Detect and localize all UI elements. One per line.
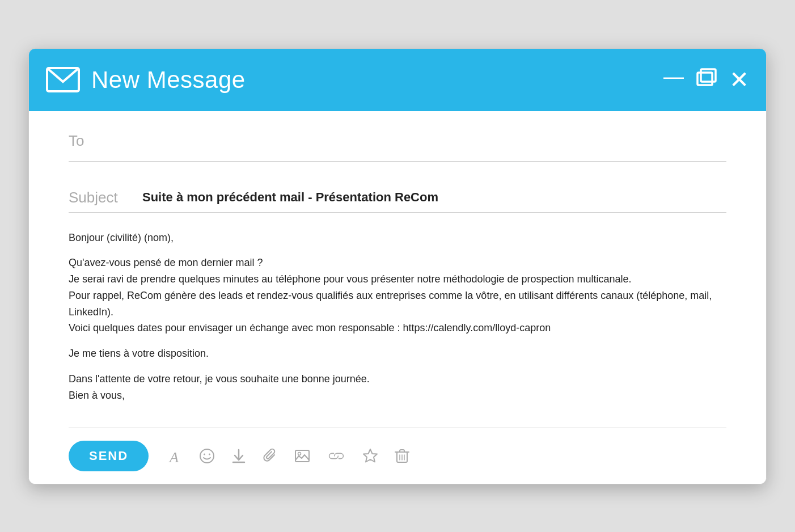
svg-rect-1	[697, 73, 712, 85]
svg-point-6	[209, 453, 210, 455]
body-line-1: Bonjour (civilité) (nom),	[69, 230, 726, 246]
download-icon[interactable]	[228, 445, 250, 467]
to-field-row: To	[69, 111, 726, 162]
body-line-3: Je serai ravi de prendre quelques minute…	[69, 273, 632, 285]
to-label: To	[69, 132, 137, 150]
minimize-button[interactable]: —	[663, 66, 684, 94]
trash-icon[interactable]	[391, 445, 413, 467]
body-line-7: Dans l'attente de votre retour, je vous …	[69, 373, 370, 385]
svg-point-5	[204, 453, 205, 455]
subject-label: Subject	[69, 189, 137, 206]
svg-marker-11	[363, 449, 377, 462]
titlebar-left: New Message	[46, 66, 246, 94]
body-area[interactable]: Bonjour (civilité) (nom), Qu'avez-vous p…	[69, 213, 726, 428]
link-icon[interactable]	[323, 445, 349, 467]
paperclip-icon[interactable]	[260, 445, 281, 467]
subject-field-row: Subject Suite à mon précédent mail - Pré…	[69, 162, 726, 213]
star-icon[interactable]	[360, 445, 381, 467]
maximize-icon	[695, 67, 718, 90]
body-line-2: Qu'avez-vous pensé de mon dernier mail ?	[69, 257, 263, 268]
body-text: Bonjour (civilité) (nom), Qu'avez-vous p…	[69, 230, 726, 404]
compose-window: New Message — ✕ To Subject S	[28, 48, 767, 484]
to-input[interactable]	[137, 134, 726, 149]
send-button[interactable]: SEND	[69, 441, 149, 471]
emoji-icon[interactable]	[196, 445, 218, 467]
subject-field: Subject Suite à mon précédent mail - Pré…	[69, 178, 726, 206]
close-button[interactable]: ✕	[729, 68, 749, 92]
svg-rect-9	[295, 450, 309, 462]
maximize-button[interactable]	[695, 67, 718, 92]
compose-content: To Subject Suite à mon précédent mail - …	[29, 111, 766, 484]
svg-point-10	[298, 452, 301, 455]
compose-toolbar: SEND A	[69, 428, 726, 484]
svg-point-4	[200, 449, 214, 463]
body-paragraph-3: Dans l'attente de votre retour, je vous …	[69, 371, 726, 404]
to-field: To	[69, 127, 726, 155]
image-icon[interactable]	[291, 445, 313, 467]
body-line-8: Bien à vous,	[69, 390, 125, 401]
mail-icon	[46, 67, 80, 92]
window-title: New Message	[91, 66, 246, 94]
titlebar: New Message — ✕	[29, 49, 766, 111]
svg-text:A: A	[168, 449, 179, 465]
font-icon[interactable]: A	[164, 445, 186, 467]
body-line-6: Je me tiens à votre disposition.	[69, 345, 726, 362]
subject-value[interactable]: Suite à mon précédent mail - Présentatio…	[142, 190, 438, 205]
body-line-4: Pour rappel, ReCom génère des leads et r…	[69, 290, 712, 318]
titlebar-controls: — ✕	[663, 66, 749, 94]
svg-rect-2	[701, 69, 716, 82]
body-paragraph-2: Qu'avez-vous pensé de mon dernier mail ?…	[69, 255, 726, 336]
body-line-5: Voici quelques dates pour envisager un é…	[69, 322, 551, 333]
